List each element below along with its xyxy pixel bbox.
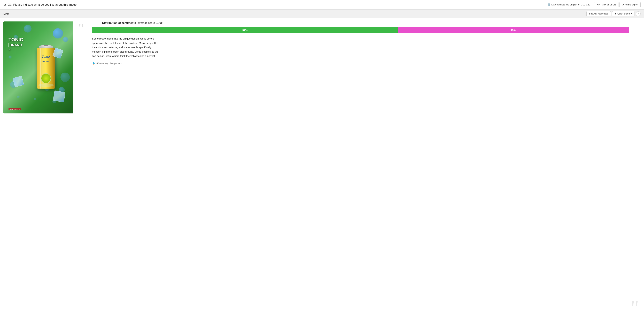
ai-icon: 🐦 [92,62,96,65]
help-icon: ? [638,12,639,15]
header-bar: ⚙ Q3: Please indicate what do you like a… [0,0,644,10]
negative-bar: 43% [398,27,629,33]
image-section: TONIC BRAND 🕊 Lime DRINK [4,22,77,322]
positive-pct-label: 57% [242,28,248,32]
translate-icon: 🔠 [548,4,550,6]
brand-text: TONIC BRAND 🕊 [8,37,23,51]
quote-open: " [78,22,84,35]
show-all-responses-button[interactable]: Show all responses [586,11,611,16]
autotranslate-button[interactable]: 🔠 Auto-translate into English for USD 0.… [545,2,593,7]
chevron-down-icon: ▾ [631,12,632,15]
question-label-text: Q3: Please indicate what do you like abo… [8,3,77,6]
quote-close: " [630,298,639,318]
view-json-button[interactable]: </> View as JSON [594,2,618,7]
summary-text: Some respondents like the unique design,… [92,36,160,58]
sentiment-bar: 57% 43% [92,27,629,33]
ice-cube-2 [53,90,66,102]
help-button[interactable]: ? [636,12,640,16]
quick-export-label: Quick export [618,12,630,15]
new-taste-badge: NEW TASTE [8,108,21,110]
code-icon: </> [597,4,600,6]
sub-header-actions: Show all responses ⬇ Quick export ▾ ? [586,11,640,16]
right-section: " Distribution of sentiments (average sc… [77,22,640,322]
add-export-button[interactable]: ↗ Add to export [620,2,640,7]
quick-export-button[interactable]: ⬇ Quick export ▾ [612,11,634,16]
fine-print: NEW TASTE [8,108,21,110]
distribution-subtitle: (average score 0.59): [137,22,163,24]
ai-badge: 🐦 AI summary of responses [92,62,636,65]
positive-bar: 57% [92,27,398,33]
show-responses-label: Show all responses [589,12,608,15]
section-label: Like [4,12,9,16]
ai-label: AI summary of responses [96,62,122,64]
settings-icon: ⚙ [4,3,6,7]
add-export-label: Add to export [625,4,638,6]
export-icon: ↗ [622,4,624,6]
header-actions: 🔠 Auto-translate into English for USD 0.… [545,2,640,7]
can-sublabel-text: DRINK [38,60,54,62]
view-json-label: View as JSON [602,4,616,6]
brand-line2: BRAND [8,42,23,47]
negative-pct-label: 43% [511,28,516,32]
question-title: ⚙ Q3: Please indicate what do you like a… [4,3,77,7]
can-body: Lime DRINK [36,48,55,88]
can-label-text: Lime [38,54,54,59]
main-content: TONIC BRAND 🕊 Lime DRINK [0,18,644,325]
brand-line1: TONIC [8,37,23,42]
product-image: TONIC BRAND 🕊 Lime DRINK [4,22,73,114]
sub-header-bar: Like Show all responses ⬇ Quick export ▾… [0,10,644,18]
download-icon: ⬇ [615,12,616,15]
distribution-title: Distribution of sentiments (average scor… [92,22,636,24]
autotranslate-label: Auto-translate into English for USD 0.62 [551,4,590,6]
distribution-title-text: Distribution of sentiments [102,22,136,24]
